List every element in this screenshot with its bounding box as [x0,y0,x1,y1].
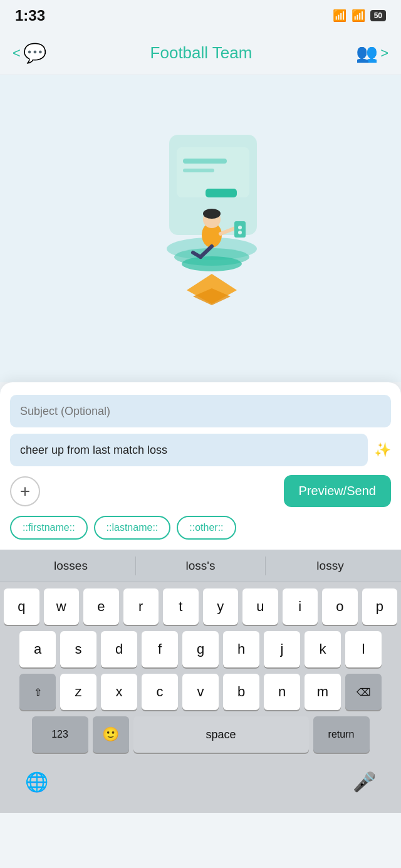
battery-indicator: 50 [370,10,386,21]
key-b[interactable]: b [223,674,259,710]
svg-point-12 [203,209,221,219]
lastname-tag[interactable]: ::lastname:: [94,516,171,540]
signal-icon: 📶 [333,9,346,23]
add-button[interactable]: + [10,476,40,506]
wifi-icon: 📶 [352,9,365,23]
space-key[interactable]: space [133,716,309,753]
key-s[interactable]: s [60,631,96,667]
key-a[interactable]: a [19,631,56,667]
status-time: 1:33 [15,7,45,24]
magic-wand-icon[interactable]: ✨ [374,442,391,458]
keyboard-row-1: q w e r t y u i o p [4,588,397,625]
delete-key[interactable]: ⌫ [345,674,382,710]
key-g[interactable]: g [182,631,219,667]
page-title: Football Team [46,43,356,63]
header-group-settings[interactable]: 👥 > [356,43,388,63]
bottom-bar: 🌐 🎤 [0,763,401,813]
autocorrect-word-2[interactable]: loss's [136,559,265,573]
message-row: ✨ [10,434,391,466]
return-key[interactable]: return [313,716,370,753]
key-d[interactable]: d [101,631,137,667]
key-w[interactable]: w [44,588,80,625]
key-j[interactable]: j [264,631,300,667]
shift-key[interactable]: ⇧ [19,674,56,710]
group-settings-icon[interactable]: 👥 [356,43,378,63]
status-icons: 📶 📶 50 [333,9,386,23]
svg-point-18 [238,231,242,234]
preview-send-button[interactable]: Preview/Send [284,475,391,507]
key-v[interactable]: v [182,674,219,710]
svg-rect-4 [206,189,237,197]
key-r[interactable]: r [123,588,159,625]
key-i[interactable]: i [283,588,318,625]
key-z[interactable]: z [60,674,96,710]
key-e[interactable]: e [83,588,119,625]
main-content [0,75,401,382]
keyboard-row-2: a s d f g h j k l [4,631,397,667]
key-u[interactable]: u [242,588,278,625]
key-h[interactable]: h [223,631,259,667]
microphone-icon[interactable]: 🎤 [353,771,376,793]
key-k[interactable]: k [305,631,341,667]
key-c[interactable]: c [142,674,178,710]
autocorrect-word-1[interactable]: losses [6,559,135,573]
key-p[interactable]: p [362,588,398,625]
svg-rect-3 [183,169,214,172]
autocorrect-word-3[interactable]: lossy [266,559,395,573]
key-x[interactable]: x [101,674,137,710]
emoji-key[interactable]: 🙂 [93,716,129,753]
subject-input[interactable] [10,395,391,427]
keyboard-row-4: 123 🙂 space return [4,716,397,753]
firstname-tag[interactable]: ::firstname:: [10,516,88,540]
keyboard: q w e r t y u i o p a s d f g h j k l ⇧ … [0,582,401,763]
svg-point-7 [182,256,242,271]
compose-area: ✨ + Preview/Send ::firstname:: ::lastnam… [0,382,401,550]
key-y[interactable]: y [203,588,239,625]
key-q[interactable]: q [4,588,39,625]
status-bar: 1:33 📶 📶 50 [0,0,401,31]
header: < 💬 Football Team 👥 > [0,31,401,75]
key-o[interactable]: o [322,588,358,625]
numbers-key[interactable]: 123 [32,716,88,753]
key-m[interactable]: m [305,674,341,710]
other-tag[interactable]: ::other:: [177,516,236,540]
key-l[interactable]: l [345,631,382,667]
back-chevron-icon[interactable]: < [13,45,21,61]
key-f[interactable]: f [142,631,178,667]
globe-icon[interactable]: 🌐 [25,771,48,793]
action-row: + Preview/Send [10,475,391,507]
autocorrect-bar: losses loss's lossy [0,550,401,582]
keyboard-row-3: ⇧ z x c v b n m ⌫ [4,674,397,710]
chat-bubble-icon[interactable]: 💬 [23,42,46,64]
tags-row: ::firstname:: ::lastname:: ::other:: [10,516,391,540]
forward-chevron-icon[interactable]: > [380,45,388,61]
header-back[interactable]: < 💬 [13,42,46,64]
message-input[interactable] [10,434,368,466]
key-t[interactable]: t [163,588,199,625]
svg-point-17 [238,226,242,229]
svg-rect-2 [183,159,227,164]
key-n[interactable]: n [264,674,300,710]
illustration [119,128,282,329]
